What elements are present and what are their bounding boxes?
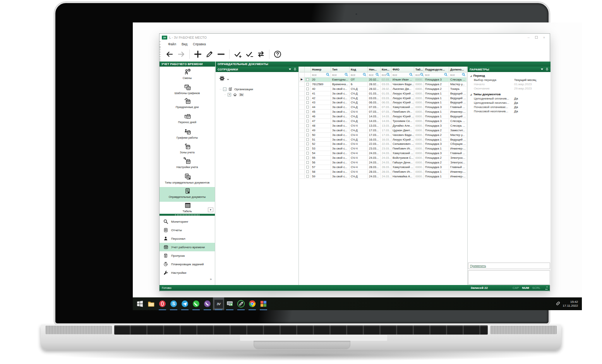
checkbox[interactable] [306,120,309,122]
sidebar-module-2[interactable]: Отчеты [160,226,215,234]
taskbar-whatsapp-icon[interactable] [190,297,202,310]
checkbox[interactable] [306,161,309,164]
param-value[interactable]: 01.мар.2023 [514,82,551,86]
column-header-6[interactable]: ФИО [391,67,414,72]
search-icon[interactable] [326,73,329,77]
refresh-button[interactable] [256,49,266,59]
search-icon[interactable] [420,73,424,77]
column-header-3[interactable]: Код [350,67,368,72]
taskbar-opera-icon[interactable] [157,297,168,310]
checkbox[interactable] [306,156,309,159]
checkbox[interactable] [306,143,309,145]
checkbox[interactable] [306,152,309,155]
filter-cell[interactable]: все [391,72,414,77]
column-header-1[interactable]: Номер [311,67,331,72]
taskbar-dev-tool-icon[interactable] [235,297,247,310]
close-button[interactable]: × [543,36,545,39]
checkbox[interactable] [306,92,309,95]
column-header-4[interactable]: Нач... [368,67,381,72]
table-row[interactable]: 45За свой с...СЧ-Ч07.03...07.03...Пембов… [299,110,467,114]
param-value[interactable]: Да [514,105,551,109]
checkbox[interactable] [306,88,309,90]
checkbox[interactable] [306,124,309,127]
filter-cell[interactable]: все [350,72,368,77]
table-row[interactable]: 42За свой с...СЧ-Д03.03...03.03...Лизуро… [299,96,467,101]
checkbox[interactable] [306,129,309,132]
table-row[interactable]: 55За свой с...СЧ-Ч24.03...24.03...Войстр… [299,156,467,160]
employees-panel-header[interactable]: СОТРУДНИКИ [216,67,298,72]
nav-collapse-button[interactable]: ▼ [208,208,213,212]
table-row[interactable]: 53За свой с...СЧ-Ч23.03...23.03...Пембов… [299,146,467,151]
table-row[interactable]: 56За свой с...СЧ-Ч24.03...24.03...Гайшун… [299,160,467,165]
filter-cell[interactable]: все [424,72,449,77]
nav-overflow-button[interactable]: » [210,277,212,281]
filter-cell[interactable]: все [311,72,331,77]
checkbox[interactable] [306,97,309,100]
checkbox[interactable] [306,83,309,86]
checkbox[interactable] [306,147,309,150]
table-row[interactable]: 59За свой с...СЧ-Д24.03...24.03...Налива… [299,174,467,179]
gear-dropdown-icon[interactable] [227,79,229,80]
filter-cell[interactable]: все [414,72,424,77]
gear-icon[interactable] [219,75,225,82]
checkbox[interactable] [306,110,309,113]
checkbox[interactable] [306,166,309,168]
minimize-button[interactable]: – [528,36,530,39]
chevron-down-icon[interactable] [289,69,291,70]
help-button[interactable] [273,49,283,59]
nav-splitter[interactable] [160,214,215,216]
table-row[interactable]: 41За свой с...СЧ-Д01.03...01.03...Лизуро… [299,91,467,96]
taskbar-game-tiles-icon[interactable] [258,297,269,310]
table-row[interactable]: 48За свой с...СЧ-Ч13.03...13.03...Дунайк… [299,124,467,128]
unapprove-button[interactable] [244,49,254,59]
taskbar-remote-desktop-icon[interactable] [224,297,235,310]
taskbar-skype-icon[interactable]: S [168,297,179,310]
table-row[interactable]: 54За свой с...СЧ-Ч24.03...24.03...Хамуто… [299,151,467,156]
taskbar-app-3v-icon[interactable]: 3V [213,297,224,310]
search-icon[interactable] [363,73,366,77]
approve-button[interactable] [233,49,243,59]
sidebar-item-7[interactable]: Настройки учета [160,157,215,172]
table-row[interactable]: 51За свой с...СЧ-Д16.03...16.03...Лизуро… [299,137,467,142]
table-row[interactable]: ▶20Ежегодны...ОТ20.02...02.03...Ильин Ив… [299,77,467,82]
table-row[interactable]: 49За свой с...СЧ-Д17.03...17.03...Цуркан… [299,128,467,133]
param-row[interactable]: Почасовой оплачивае...Да [468,105,551,109]
back-button[interactable] [165,49,175,59]
tree-expander-icon[interactable]: - [223,88,226,91]
table-row[interactable]: 52За свой с...СЧ-Ч22.03...22.03...Сильва… [299,142,467,146]
taskbar-chrome-icon[interactable] [247,297,258,310]
sidebar-item-8[interactable]: Типы оправдательных документов [160,173,215,187]
table-row[interactable]: 50За свой с...СЧ-Ч17.03...17.03...Чахови… [299,133,467,137]
param-row[interactable]: Почасовой неоплачив...Да [468,109,551,113]
param-row[interactable]: Окончание29.мар.2023 [468,86,551,91]
column-header-9[interactable]: Должно... [449,67,467,72]
chevron-down-icon[interactable] [541,69,543,70]
sidebar-module-5[interactable]: Пропуска [160,251,215,260]
parameters-panel-header[interactable]: ПАРАМЕТРЫ [468,67,551,72]
filter-cell[interactable]: все [331,72,350,77]
sidebar-module-7[interactable]: Настройки [160,268,215,277]
param-row[interactable]: Целодневный неоплач...Да [468,101,551,105]
tree-expander-icon[interactable]: + [228,93,231,96]
sidebar-item-4[interactable]: Перенос дней [160,112,215,127]
sidebar-item-6[interactable]: Зоны учета [160,143,215,157]
taskbar-clock[interactable]: 15:42 17.11.2022 [563,300,578,308]
maximize-button[interactable] [535,36,538,39]
column-header-7[interactable]: Таб... [414,67,424,72]
param-value[interactable]: Текущий месяц [514,78,551,82]
table-row[interactable]: 57За свой с...СЧ-Ч28.03...28.03...Хамуто… [299,165,467,170]
taskbar-viber-icon[interactable] [202,297,213,310]
menu-Вид[interactable]: Вид [179,42,190,46]
checkbox[interactable] [306,170,309,173]
resize-grip[interactable] [544,287,547,290]
column-header-5[interactable]: Кон... [381,67,391,72]
tray-link-icon[interactable] [556,300,561,307]
filter-cell[interactable]: все [368,72,381,77]
table-row[interactable]: 7612589Временна...Б28.02...03.03...Чахов… [299,82,467,87]
checkbox[interactable] [306,175,309,178]
param-value[interactable]: Да [514,97,551,100]
search-icon[interactable] [409,73,413,77]
sidebar-module-6[interactable]: Планировщик заданий [160,260,215,268]
filter-cell[interactable]: все [449,72,467,77]
checkbox[interactable] [306,134,309,136]
